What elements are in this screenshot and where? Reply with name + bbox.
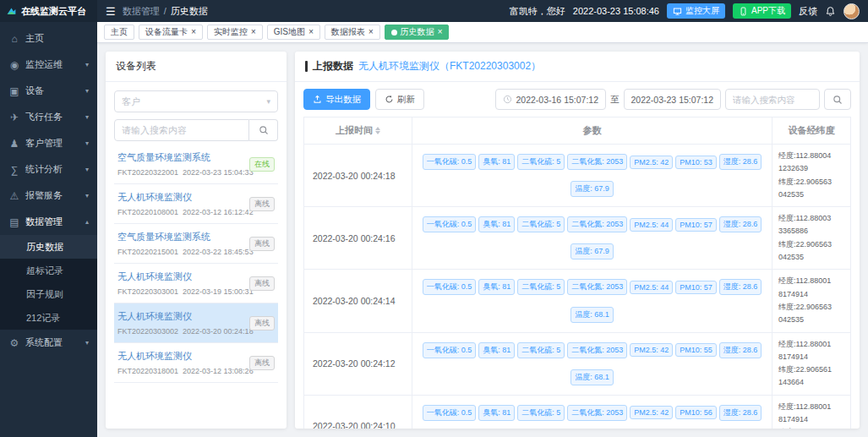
device-list-item[interactable]: 无人机环境监测仪FKT202203030022022-03-20 00:24:1…	[114, 303, 278, 343]
content-area: 设备列表 客户 ▾	[97, 43, 868, 437]
param-chip: 二氧化硫: 5	[517, 216, 565, 232]
chevron-down-icon: ▾	[85, 166, 89, 173]
clock-icon	[503, 95, 512, 104]
tab-home[interactable]: 主页	[104, 25, 134, 40]
tab-realtime-monitor[interactable]: 实时监控×	[207, 25, 263, 40]
submenu-item-exceed-records[interactable]: 超标记录	[0, 259, 97, 282]
avatar[interactable]	[843, 3, 860, 19]
sidebar-item-statistics[interactable]: ∑统计分析▾	[0, 156, 97, 183]
submenu-item-212-records[interactable]: 212记录	[0, 306, 97, 330]
refresh-button[interactable]: 刷新	[375, 89, 424, 110]
device-meta: FKT202203030022022-03-20 00:24:18	[117, 327, 249, 336]
chevron-down-icon: ▾	[266, 97, 270, 106]
close-icon[interactable]: ×	[308, 28, 314, 36]
sidebar-item-data-mgmt[interactable]: ▤数据管理▴	[0, 209, 97, 235]
table-row: 2022-03-20 00:24:12一氧化碳: 0.5臭氧: 81二氧化硫: …	[304, 333, 850, 396]
table-header-row: 上报时间 参数 设备经纬度	[304, 117, 850, 145]
tab-data-report[interactable]: 数据报表×	[325, 25, 380, 40]
chevron-down-icon: ▾	[85, 192, 89, 199]
sidebar-menu: ⌂主页◉监控运维▾▣设备▾✈飞行任务▾♟客户管理▾∑统计分析▾⚠报警服务▾▤数据…	[0, 22, 97, 437]
device-list-item[interactable]: 空气质量环境监测系统FKT202203220012022-03-23 15:04…	[114, 145, 278, 184]
submenu-data-mgmt: 历史数据超标记录因子规则212记录	[0, 235, 97, 330]
alarm-icon: ⚠	[8, 190, 20, 202]
param-chip: 臭氧: 81	[478, 342, 515, 358]
close-icon[interactable]: ×	[251, 28, 256, 36]
coord-line: 经度:112.88001	[778, 338, 831, 351]
submenu-item-history-data[interactable]: 历史数据	[0, 235, 97, 259]
export-data-button[interactable]: 导出数据	[303, 89, 370, 110]
home-icon: ⌂	[8, 33, 20, 45]
coord-line: 纬度:22.906563	[778, 301, 832, 314]
flight-task-icon: ✈	[8, 112, 20, 123]
param-chip: 湿度: 28.6	[719, 154, 762, 170]
sidebar-item-home[interactable]: ⌂主页	[0, 25, 97, 52]
sidebar-item-monitoring-ops[interactable]: ◉监控运维▾	[0, 52, 97, 78]
breadcrumb-item-data-mgmt[interactable]: 数据管理	[123, 5, 160, 18]
sidebar-item-customer-mgmt[interactable]: ♟客户管理▾	[0, 130, 97, 156]
param-chip: 臭氧: 81	[478, 154, 515, 170]
device-list-item[interactable]: 空气质量环境监测系统FKT202202150012022-03-22 18:45…	[114, 224, 278, 264]
app-download-button[interactable]: APP下载	[733, 3, 791, 19]
close-icon[interactable]: ×	[438, 28, 443, 36]
tab-label: 实时监控	[214, 26, 248, 38]
sidebar-item-label: 主页	[25, 32, 89, 45]
hamburger-icon[interactable]: ☰	[106, 5, 116, 18]
tabs-bar: 主页设备流量卡×实时监控×GIS地图×数据报表×历史数据×	[97, 22, 868, 43]
device-info: 空气质量环境监测系统FKT202203220012022-03-23 15:04…	[117, 151, 249, 177]
device-list-item[interactable]: 无人机环境监测仪FKT202203180012022-03-12 13:08:2…	[114, 343, 278, 383]
topbar: ☰ 数据管理 / 历史数据 富凯特，您好 2022-03-23 15:08:46…	[97, 0, 868, 22]
device-info: 无人机环境监测仪FKT202201080012022-03-12 16:12:4…	[117, 191, 249, 216]
device-list-title: 设备列表	[106, 52, 287, 82]
coord-line: 经度:112.88003	[778, 212, 831, 225]
report-search-button[interactable]	[824, 89, 851, 110]
coord-line: 1232639	[778, 162, 808, 175]
param-chip: 二氧化硫: 5	[517, 405, 565, 421]
device-code: FKT20220215001	[117, 248, 178, 256]
tab-device-sim-card[interactable]: 设备流量卡×	[139, 25, 203, 40]
tab-history-data[interactable]: 历史数据×	[385, 25, 450, 40]
coord-line: 纬度:22.906561	[778, 363, 832, 376]
bell-icon[interactable]	[825, 6, 836, 17]
sidebar-item-alarm-service[interactable]: ⚠报警服务▾	[0, 183, 97, 209]
customer-select[interactable]: 客户 ▾	[114, 90, 278, 112]
device-status-badge: 离线	[249, 276, 275, 291]
report-search-input[interactable]	[725, 89, 820, 110]
param-chip: PM2.5: 42	[630, 343, 673, 357]
coords-cell: 经度:112.880033365886纬度:22.906563042535	[772, 207, 850, 269]
sidebar-item-system-config[interactable]: ⚙系统配置▾	[0, 330, 97, 356]
close-icon[interactable]: ×	[368, 28, 374, 36]
device-search-input[interactable]	[114, 119, 249, 141]
sidebar-item-devices[interactable]: ▣设备▾	[0, 78, 97, 104]
param-chip: 湿度: 28.6	[719, 216, 762, 232]
tab-gis-map[interactable]: GIS地图×	[267, 25, 320, 40]
tab-label: 数据报表	[331, 26, 365, 38]
coord-line: 042535	[778, 188, 804, 201]
monitor-screen-button[interactable]: 监控大屏	[667, 3, 725, 19]
param-chip: 温度: 67.9	[570, 181, 614, 197]
device-search-button[interactable]	[249, 119, 278, 141]
tab-label: 主页	[111, 26, 128, 38]
device-code: FKT20220303001	[117, 287, 178, 296]
logo-icon	[6, 6, 17, 17]
table-row: 2022-03-20 00:24:16一氧化碳: 0.5臭氧: 81二氧化硫: …	[304, 207, 850, 270]
feedback-link[interactable]: 反馈	[799, 5, 817, 18]
data-icon: ▤	[8, 216, 20, 228]
settings-icon: ⚙	[8, 337, 20, 349]
param-chip: 一氧化碳: 0.5	[423, 405, 477, 421]
param-chip: PM2.5: 42	[630, 406, 673, 419]
date-from-input[interactable]: 2022-03-16 15:07:12	[495, 89, 607, 110]
column-header-coords: 设备经纬度	[772, 117, 850, 144]
device-list-item[interactable]: 无人机环境监测仪FKT202201080012022-03-12 16:12:4…	[114, 184, 278, 224]
tab-label: 历史数据	[401, 26, 434, 38]
param-chip: PM10: 55	[675, 343, 717, 357]
close-icon[interactable]: ×	[191, 28, 196, 36]
device-list-item[interactable]: 无人机环境监测仪FKT202203030012022-03-19 15:00:3…	[114, 264, 278, 303]
submenu-item-factor-rules[interactable]: 因子规则	[0, 282, 97, 306]
sidebar-item-flight-tasks[interactable]: ✈飞行任务▾	[0, 104, 97, 130]
date-to-input[interactable]: 2022-03-23 15:07:12	[624, 89, 722, 110]
sidebar-item-label: 客户管理	[25, 137, 80, 150]
column-header-report-time[interactable]: 上报时间	[304, 117, 412, 144]
device-last-time: 2022-03-23 15:04:33	[183, 168, 254, 177]
param-chip: 二氧化硫: 5	[517, 342, 565, 358]
param-chip: 臭氧: 81	[478, 405, 515, 421]
